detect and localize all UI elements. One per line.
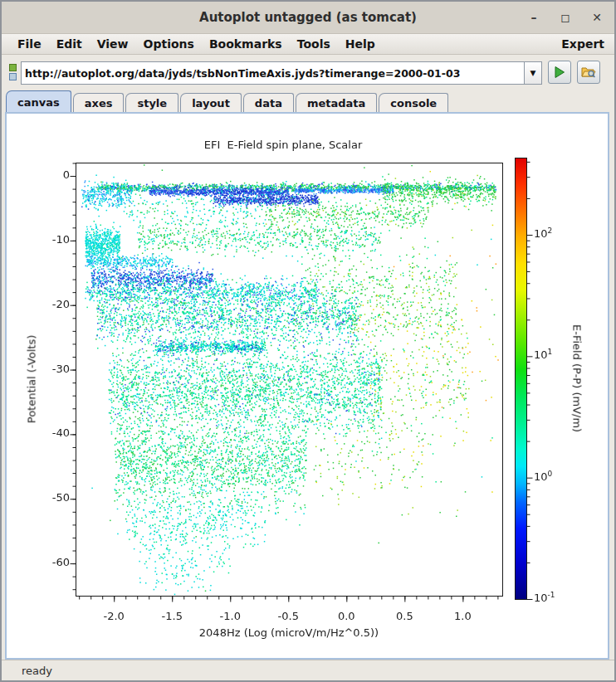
y-tick-label: -50	[7, 491, 70, 504]
tab-metadata[interactable]: metadata	[296, 93, 377, 112]
colorbar-tick-label: 10-1	[534, 591, 555, 604]
y-tick-label: -60	[7, 556, 70, 568]
menu-options[interactable]: Options	[136, 36, 202, 53]
y-tick-label: -10	[7, 233, 70, 246]
datasource-blue-square-icon	[9, 73, 17, 80]
chevron-down-icon: ▼	[530, 69, 536, 77]
tab-console[interactable]: console	[379, 93, 448, 112]
menu-tools[interactable]: Tools	[290, 36, 338, 53]
plot-title: EFI E-Field spin plane, Scalar	[204, 139, 362, 151]
y-tick-label: -40	[7, 426, 70, 439]
menu-view[interactable]: View	[90, 36, 136, 53]
x-tick-label: 0.0	[338, 610, 355, 622]
datasource-green-square-icon	[9, 64, 17, 71]
play-icon	[553, 66, 566, 79]
tab-layout[interactable]: layout	[180, 93, 242, 112]
y-tick-label: -30	[7, 363, 70, 375]
tab-axes[interactable]: axes	[73, 93, 125, 112]
menu-file[interactable]: File	[10, 36, 49, 53]
tab-strip: canvasaxesstylelayoutdatametadataconsole	[6, 90, 450, 112]
go-button[interactable]	[548, 61, 571, 84]
x-axis-title: 2048Hz (Log (microV/m/Hz^0.5))	[199, 626, 379, 639]
x-tick-label: -1.0	[220, 610, 241, 622]
minimize-button[interactable]: –	[528, 12, 540, 23]
inspect-url-button[interactable]	[577, 61, 600, 84]
tab-style[interactable]: style	[125, 93, 178, 112]
open-folder-icon	[581, 66, 596, 79]
x-tick-label: -0.5	[278, 610, 299, 622]
colorbar-tick-label: 102	[534, 227, 552, 240]
x-tick-label: 1.0	[454, 610, 472, 622]
url-dropdown-button[interactable]: ▼	[524, 61, 542, 85]
plot-panel[interactable]: EFI E-Field spin plane, Scalar Potential…	[5, 112, 609, 660]
colorbar-tick-label: 101	[534, 348, 552, 361]
title-bar: Autoplot untagged (as tomcat) – ◻ ✕	[2, 2, 614, 34]
x-tick-label: 0.5	[396, 610, 413, 622]
autoplot-window: Autoplot untagged (as tomcat) – ◻ ✕ File…	[0, 0, 616, 682]
y-tick-label: -20	[7, 298, 70, 310]
menu-help[interactable]: Help	[338, 36, 383, 53]
address-row: ▼	[2, 55, 614, 90]
menu-edit[interactable]: Edit	[49, 36, 90, 53]
menu-items: FileEditViewOptionsBookmarksToolsHelp	[2, 36, 383, 53]
x-tick-label: -1.5	[162, 610, 183, 622]
close-button[interactable]: ✕	[591, 12, 603, 23]
window-title: Autoplot untagged (as tomcat)	[199, 10, 417, 25]
status-bar: ready	[2, 660, 614, 681]
url-combo: ▼	[21, 61, 542, 83]
tab-canvas[interactable]: canvas	[6, 90, 71, 112]
colorbar-title: E-Field (P-P) (mV/m)	[571, 324, 584, 432]
tab-data[interactable]: data	[243, 93, 294, 112]
plot-canvas[interactable]	[7, 114, 608, 655]
colorbar-tick-label: 100	[534, 470, 552, 483]
menu-expert[interactable]: Expert	[561, 37, 614, 51]
url-input[interactable]	[21, 61, 524, 85]
menu-bar: FileEditViewOptionsBookmarksToolsHelp Ex…	[2, 34, 614, 55]
y-tick-label: 0	[7, 168, 70, 181]
x-tick-label: -2.0	[104, 610, 125, 622]
y-axis-title: Potential (-Volts)	[26, 335, 38, 423]
menu-bookmarks[interactable]: Bookmarks	[202, 36, 290, 53]
status-text: ready	[22, 665, 52, 677]
maximize-button[interactable]: ◻	[560, 12, 571, 23]
datasource-status-icon	[7, 64, 17, 80]
window-controls: – ◻ ✕	[528, 2, 603, 33]
